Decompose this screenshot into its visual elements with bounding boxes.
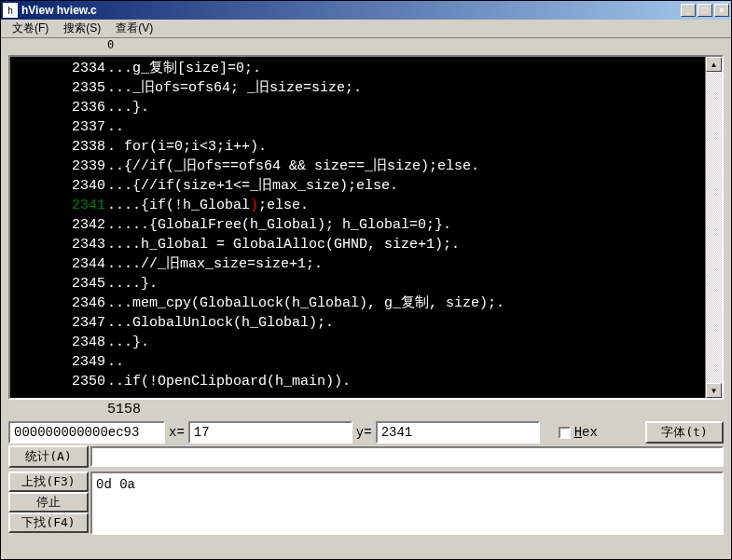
hex-label: Hex	[574, 425, 598, 440]
ruler-mark-0: 0	[107, 38, 114, 53]
editor-area: 2334...g_复制[size]=0;.2335..._旧ofs=ofs64;…	[8, 55, 724, 400]
code-editor[interactable]: 2334...g_复制[size]=0;.2335..._旧ofs=ofs64;…	[10, 57, 705, 398]
scroll-down-button[interactable]: ▼	[706, 383, 722, 398]
maximize-button[interactable]: □	[697, 4, 712, 17]
window-title: hView hview.c	[21, 4, 681, 17]
code-line: 2349..	[12, 352, 703, 372]
vertical-scrollbar[interactable]: ▲ ▼	[705, 57, 722, 398]
stat-row: 统计(A)	[1, 445, 731, 468]
x-label: x=	[169, 425, 185, 440]
controls-row: x= y= Hex 字体(t)	[1, 419, 731, 445]
total-lines: 5158	[1, 402, 731, 417]
find-up-button[interactable]: 上找(F3)	[8, 471, 89, 492]
code-line: 2350..if(!OpenClipboard(h_main)).	[12, 372, 703, 391]
scroll-track[interactable]	[706, 72, 722, 383]
minimize-button[interactable]: _	[681, 4, 696, 17]
code-line: 2343....h_Global = GlobalAlloc(GHND, siz…	[12, 235, 703, 254]
search-buttons-col: 上找(F3) 停止 下找(F4)	[8, 471, 89, 535]
menu-view[interactable]: 查看(V)	[108, 19, 160, 38]
scroll-up-button[interactable]: ▲	[706, 57, 722, 72]
menu-file[interactable]: 文卷(F)	[5, 19, 56, 38]
code-line: 2339..{//if(_旧ofs==ofs64 && size==_旧size…	[12, 157, 703, 176]
code-line: 2344....//_旧max_size=size+1;.	[12, 254, 703, 274]
menubar: 文卷(F) 搜索(S) 查看(V)	[1, 20, 731, 38]
ruler: 0	[1, 38, 731, 53]
x-input[interactable]	[188, 421, 352, 444]
menu-search[interactable]: 搜索(S)	[56, 19, 108, 38]
code-line: 2347...GlobalUnlock(h_Global);.	[12, 313, 703, 333]
hex-checkbox[interactable]	[559, 427, 571, 439]
code-line: 2346...mem_cpy(GlobalLock(h_Global), g_复…	[12, 294, 703, 313]
y-label: y=	[356, 425, 372, 440]
code-line: 2337..	[12, 117, 703, 137]
search-input[interactable]: 0d 0a	[90, 471, 724, 535]
window-controls: _ □ ×	[681, 4, 729, 17]
stat-output	[90, 446, 724, 467]
code-line: 2338. for(i=0;i<3;i++).	[12, 137, 703, 157]
bottom-area: 上找(F3) 停止 下找(F4) 0d 0a	[1, 470, 731, 537]
app-icon: h	[3, 3, 18, 18]
code-line: 2334...g_复制[size]=0;.	[12, 59, 703, 78]
y-input[interactable]	[376, 421, 540, 444]
find-down-button[interactable]: 下找(F4)	[8, 512, 89, 533]
hex-checkbox-wrap: Hex	[559, 425, 598, 440]
code-line: 2345....}.	[12, 274, 703, 294]
stat-button[interactable]: 统计(A)	[8, 445, 89, 468]
code-line: 2336...}.	[12, 98, 703, 117]
stop-button[interactable]: 停止	[8, 492, 89, 512]
close-button[interactable]: ×	[714, 4, 729, 17]
code-line: 2342.....{GlobalFree(h_Global); h_Global…	[12, 215, 703, 235]
code-line: 2335..._旧ofs=ofs64; _旧size=size;.	[12, 78, 703, 98]
font-button[interactable]: 字体(t)	[645, 421, 724, 444]
titlebar: h hView hview.c _ □ ×	[1, 1, 731, 20]
address-input[interactable]	[8, 421, 165, 444]
code-line: 2348...}.	[12, 333, 703, 352]
code-line: 2341....{if(!h_Global);else.	[12, 196, 703, 215]
code-line: 2340...{//if(size+1<=_旧max_size);else.	[12, 176, 703, 196]
